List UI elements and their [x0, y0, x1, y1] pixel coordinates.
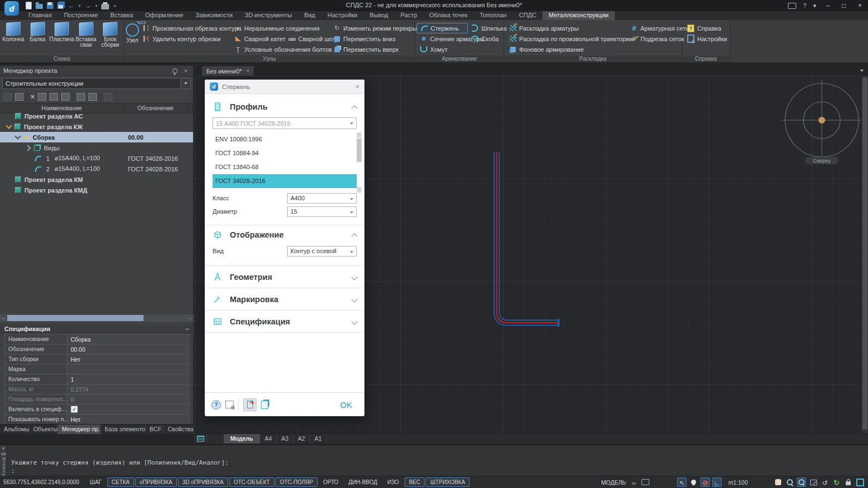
node-button[interactable]: Узел: [126, 21, 139, 43]
tree-item-sborka[interactable]: ★Сборка 00.00: [0, 132, 193, 142]
tree-item-kzh[interactable]: Проект раздела КЖ: [0, 121, 193, 132]
spec-row-mark[interactable]: Марка: [4, 364, 189, 374]
tab-metallokonstrukcii[interactable]: Металлоконструкции: [542, 11, 615, 20]
tab-a4[interactable]: А4: [260, 434, 277, 443]
clone-icon[interactable]: [15, 93, 23, 101]
pile-insert-button[interactable]: Вставка сваи: [75, 21, 98, 48]
tree-item-rod-1[interactable]: 1⌀15А400, L=100 ГОСТ 34028-2016: [0, 153, 193, 164]
command-close-icon[interactable]: ×: [2, 446, 4, 451]
tab-objects[interactable]: Объекты: [29, 425, 58, 434]
tab-3d-instrumenty[interactable]: 3D-инструменты: [239, 11, 298, 20]
monitor-icon[interactable]: [641, 477, 650, 487]
move-up-button[interactable]: Переместить вверх: [330, 44, 419, 55]
tab-albums[interactable]: Альбомы: [0, 425, 29, 434]
tab-zavisimosti[interactable]: Зависимости: [189, 11, 239, 20]
spec-row-assembly-type[interactable]: Тип сборкиНет: [4, 354, 189, 364]
tab-project-manager[interactable]: Менеджер пр...: [58, 425, 101, 434]
vertical-scrollbar[interactable]: [861, 76, 868, 433]
dialog-help-icon[interactable]: [211, 400, 221, 410]
toggle-izo[interactable]: ИЗО: [383, 477, 403, 487]
lock-icon[interactable]: [844, 477, 853, 487]
toggle-ots-polyar[interactable]: ОТС-ПОЛЯР: [275, 477, 318, 487]
combo-dropdown-icon[interactable]: [350, 122, 353, 125]
close-button[interactable]: ×: [852, 0, 868, 11]
horizontal-scrollbar[interactable]: ← →: [0, 314, 194, 322]
background-reinforcement-button[interactable]: Фоновое армирование: [506, 44, 627, 55]
collapse-icon[interactable]: –: [185, 325, 189, 333]
tab-oformlenie[interactable]: Оформление: [139, 11, 189, 20]
beam-button[interactable]: Балка: [26, 21, 50, 42]
ribbon-help-button[interactable]: ?Справка: [684, 23, 731, 33]
zoom-realtime-icon[interactable]: [797, 477, 806, 487]
list-scrollbar[interactable]: ↑ ↓: [357, 132, 362, 188]
print-icon[interactable]: [101, 4, 109, 9]
standard-option-selected[interactable]: ГОСТ 34028-2016: [213, 174, 357, 188]
tab-postroenie[interactable]: Построение: [58, 11, 104, 20]
document-tab[interactable]: Без имени0* ×: [202, 66, 254, 76]
spec-row-designation[interactable]: Обозначение00.00: [4, 344, 189, 354]
dialog-title-bar[interactable]: d Стержень ×: [205, 80, 364, 94]
arbitrary-contour-trim-button[interactable]: Произвольная обрезка контура: [139, 23, 231, 33]
bulb-icon[interactable]: [689, 477, 698, 487]
ok-button[interactable]: OK: [340, 400, 358, 410]
dialog-close-icon[interactable]: ×: [355, 82, 359, 91]
insert-mode-toggle[interactable]: [243, 398, 257, 411]
section-profile[interactable]: Профиль: [205, 97, 364, 116]
plate-button[interactable]: Пластина: [50, 21, 73, 42]
specification-icon[interactable]: [88, 93, 97, 101]
undo-icon[interactable]: ←: [68, 2, 75, 9]
move-down-button[interactable]: Переместить вниз: [330, 33, 419, 44]
assembly-block-button[interactable]: Блок сборки: [98, 21, 122, 48]
tab-properties[interactable]: Свойства: [164, 425, 194, 434]
tab-bcf[interactable]: BCF: [146, 425, 164, 434]
copy-icon[interactable]: [50, 93, 58, 101]
tree-item-as[interactable]: Проект раздела АС: [0, 111, 193, 121]
scrollbar-thumb[interactable]: [862, 77, 867, 430]
stirrup-button[interactable]: Хомут: [417, 44, 468, 55]
collapse-chevron-icon[interactable]: [24, 145, 31, 151]
document-list-dropdown-icon[interactable]: [860, 70, 864, 72]
section-display[interactable]: Отображение: [205, 225, 364, 244]
section-marking[interactable]: Маркировка: [205, 288, 364, 310]
toggle-shag[interactable]: ШАГ: [85, 477, 106, 487]
rod-button[interactable]: Стержень: [417, 23, 468, 33]
standard-option[interactable]: ГОСТ 13840-68: [213, 160, 357, 174]
no-cursor-icon[interactable]: [701, 477, 710, 487]
profile-select[interactable]: Строительные конструкции: [2, 78, 191, 89]
view-compass[interactable]: [780, 78, 861, 162]
layout-by-trajectory-button[interactable]: Раскладка по произвольной траектории: [506, 33, 627, 44]
tab-glavnaya[interactable]: Главная: [22, 11, 58, 20]
tab-a2[interactable]: А2: [293, 434, 310, 443]
zoom-window-icon[interactable]: [808, 477, 818, 487]
expand-chevron-icon[interactable]: [351, 318, 357, 324]
collapse-chevron-icon[interactable]: [351, 105, 357, 111]
tab-nastroyki[interactable]: Настройки: [322, 11, 364, 20]
delete-trim-contour-button[interactable]: Удалить контур обрезки: [139, 33, 231, 44]
spec-row-quantity[interactable]: Количество1: [4, 374, 189, 385]
tree-item-km[interactable]: Проект раздела КМ: [0, 174, 193, 185]
toggle-shtrihovka[interactable]: ШТРИХОВКА: [426, 477, 469, 487]
command-line-area[interactable]: × Команд Укажите точку стержня (изделия)…: [0, 444, 868, 476]
open-file-icon[interactable]: [36, 4, 43, 9]
column-button[interactable]: Колонна: [2, 21, 25, 42]
tree-item-kmd[interactable]: Проект раздела КМД: [0, 185, 193, 195]
redo-dropdown-icon[interactable]: ▾: [95, 3, 97, 8]
expand-chevron-icon[interactable]: [351, 274, 357, 280]
scroll-left-icon[interactable]: ←: [0, 314, 7, 322]
spec-row-show-number[interactable]: Показывать номер п...Нет: [4, 415, 189, 425]
permanent-joints-button[interactable]: Неразъемные соединения: [231, 23, 330, 33]
change-overlap-mode-button[interactable]: Изменить режим перекрытия: [330, 23, 419, 33]
orbit-icon[interactable]: [820, 477, 830, 487]
tab-oblaka-tochek[interactable]: Облака точек: [423, 11, 474, 20]
include-checkbox[interactable]: [71, 406, 78, 413]
extra-icon[interactable]: [104, 93, 112, 101]
edit-icon[interactable]: [77, 93, 85, 101]
tab-vstavka[interactable]: Вставка: [104, 11, 139, 20]
scrollbar-thumb[interactable]: [357, 139, 362, 162]
qat-customize-icon[interactable]: ≑: [113, 3, 117, 8]
workspace-icon[interactable]: [788, 3, 796, 9]
spec-row-name[interactable]: НаименованиеСборка: [4, 334, 189, 344]
toggle-3d-oprivyazka[interactable]: 3D оПРИВЯЗКА: [178, 477, 228, 487]
toggle-din-vvod[interactable]: ДИН-ВВОД: [344, 477, 382, 487]
minimize-button[interactable]: –: [820, 0, 836, 11]
